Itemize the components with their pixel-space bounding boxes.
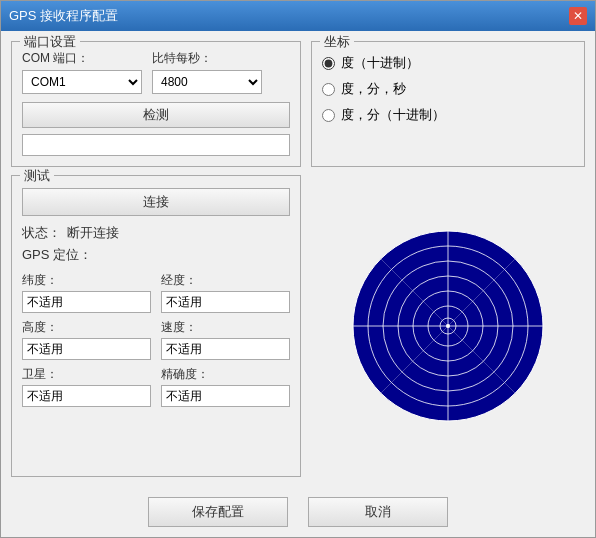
top-row: 端口设置 COM 端口： COM1 COM2 COM3 比特每秒： 4800	[11, 41, 585, 167]
fields-grid: 纬度： 经度： 高度： 速度：	[22, 272, 290, 407]
svg-point-12	[446, 324, 450, 328]
gps-label: GPS 定位：	[22, 246, 92, 264]
save-button[interactable]: 保存配置	[148, 497, 288, 527]
gps-row: GPS 定位：	[22, 246, 290, 264]
test-group: 测试 连接 状态： 断开连接 GPS 定位： 纬度：	[11, 175, 301, 477]
speed-group: 速度：	[161, 319, 290, 360]
alt-group: 高度：	[22, 319, 151, 360]
lat-input[interactable]	[22, 291, 151, 313]
close-button[interactable]: ✕	[569, 7, 587, 25]
radar-svg	[348, 226, 548, 426]
baud-select[interactable]: 4800 9600 19200	[152, 70, 262, 94]
radio-dms-label: 度，分，秒	[341, 80, 406, 98]
radar-display	[348, 226, 548, 426]
connect-button[interactable]: 连接	[22, 188, 290, 216]
alt-label: 高度：	[22, 319, 151, 336]
speed-label: 速度：	[161, 319, 290, 336]
baud-label: 比特每秒：	[152, 50, 262, 67]
precision-input[interactable]	[161, 385, 290, 407]
radio-decimal-label: 度（十进制）	[341, 54, 419, 72]
precision-group: 精确度：	[161, 366, 290, 407]
lat-group: 纬度：	[22, 272, 151, 313]
status-value: 断开连接	[67, 224, 119, 242]
left-panel: 测试 连接 状态： 断开连接 GPS 定位： 纬度：	[11, 175, 301, 477]
sat-input[interactable]	[22, 385, 151, 407]
status-row: 状态： 断开连接	[22, 224, 290, 242]
main-content: 端口设置 COM 端口： COM1 COM2 COM3 比特每秒： 4800	[1, 31, 595, 487]
radio-dm[interactable]: 度，分（十进制）	[322, 106, 574, 124]
radio-dm-input[interactable]	[322, 109, 335, 122]
radio-decimal[interactable]: 度（十进制）	[322, 54, 574, 72]
alt-input[interactable]	[22, 338, 151, 360]
lng-input[interactable]	[161, 291, 290, 313]
titlebar: GPS 接收程序配置 ✕	[1, 1, 595, 31]
radio-group: 度（十进制） 度，分，秒 度，分（十进制）	[322, 50, 574, 124]
port-group-title: 端口设置	[20, 33, 80, 51]
status-label: 状态：	[22, 224, 61, 242]
footer: 保存配置 取消	[1, 487, 595, 537]
cancel-button[interactable]: 取消	[308, 497, 448, 527]
precision-label: 精确度：	[161, 366, 290, 383]
coord-group-title: 坐标	[320, 33, 354, 51]
lng-group: 经度：	[161, 272, 290, 313]
com-label: COM 端口：	[22, 50, 142, 67]
port-group: 端口设置 COM 端口： COM1 COM2 COM3 比特每秒： 4800	[11, 41, 301, 167]
lng-label: 经度：	[161, 272, 290, 289]
radar-panel	[311, 175, 585, 477]
sat-label: 卫星：	[22, 366, 151, 383]
main-window: GPS 接收程序配置 ✕ 端口设置 COM 端口： COM1 COM2 COM3	[0, 0, 596, 538]
bottom-section: 测试 连接 状态： 断开连接 GPS 定位： 纬度：	[11, 175, 585, 477]
baud-field-col: 比特每秒： 4800 9600 19200	[152, 50, 262, 94]
window-title: GPS 接收程序配置	[9, 7, 118, 25]
sat-group: 卫星：	[22, 366, 151, 407]
radio-dms-input[interactable]	[322, 83, 335, 96]
radio-decimal-input[interactable]	[322, 57, 335, 70]
coord-group: 坐标 度（十进制） 度，分，秒 度，分（十进制）	[311, 41, 585, 167]
port-row: COM 端口： COM1 COM2 COM3 比特每秒： 4800 9600 1…	[22, 50, 290, 94]
lat-label: 纬度：	[22, 272, 151, 289]
radio-dms[interactable]: 度，分，秒	[322, 80, 574, 98]
speed-input[interactable]	[161, 338, 290, 360]
radio-dm-label: 度，分（十进制）	[341, 106, 445, 124]
port-info-field[interactable]	[22, 134, 290, 156]
detect-button[interactable]: 检测	[22, 102, 290, 128]
test-group-title: 测试	[20, 167, 54, 185]
com-field-col: COM 端口： COM1 COM2 COM3	[22, 50, 142, 94]
com-select[interactable]: COM1 COM2 COM3	[22, 70, 142, 94]
